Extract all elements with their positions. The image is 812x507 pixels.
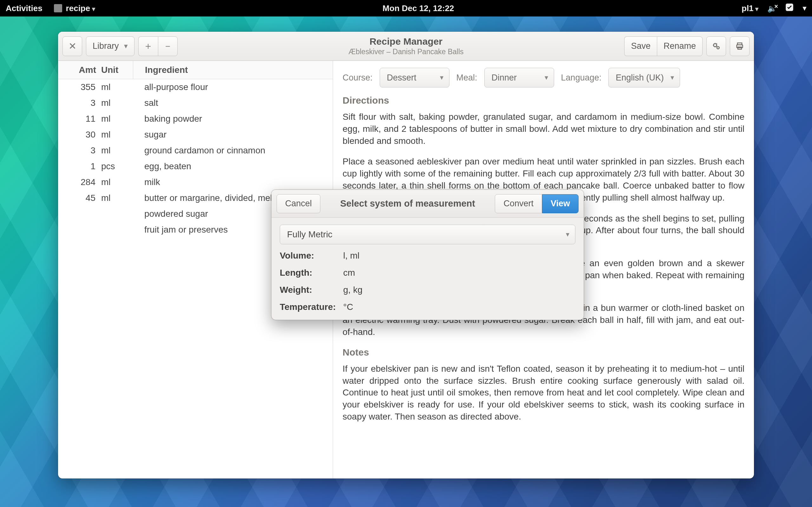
ingredient-amt: 3 [58, 146, 98, 156]
temperature-value: °C [343, 302, 575, 312]
col-ingredient[interactable]: Ingredient [142, 65, 328, 75]
weight-value: g, kg [343, 285, 575, 295]
printer-icon [735, 42, 744, 51]
col-unit[interactable]: Unit [98, 65, 133, 75]
rename-button[interactable]: Rename [657, 37, 703, 56]
volume-value: l, ml [343, 250, 575, 261]
ingredient-amt: 30 [58, 130, 98, 140]
app-menu-label: recipe [66, 3, 95, 13]
ingredient-row[interactable]: 11mlbaking powder [58, 111, 333, 127]
course-value: Dessert [387, 73, 416, 83]
ingredient-row[interactable]: 3mlground cardamon or cinnamon [58, 143, 333, 158]
ingredient-name: ground cardamon or cinnamon [142, 146, 328, 156]
dialog-body: Fully Metric Volume: l, ml Length: cm We… [271, 218, 583, 320]
ingredient-row[interactable]: 30mlsugar [58, 127, 333, 143]
ingredient-row[interactable]: 355mlall-purpose flour [58, 79, 333, 95]
desktop-wallpaper: ✕ Library ＋ － Recipe Manager Æbleskiver … [0, 16, 812, 507]
units-grid: Volume: l, ml Length: cm Weight: g, kg T… [280, 250, 575, 312]
meal-combobox[interactable]: Dinner [484, 68, 554, 88]
checkbox-tray-icon[interactable] [785, 3, 794, 14]
measurement-system-dialog: Cancel Select system of measurement Conv… [271, 189, 584, 320]
app-icon [54, 4, 62, 12]
ingredient-unit: ml [98, 177, 133, 187]
ingredient-amt: 11 [58, 114, 98, 124]
cancel-label: Cancel [285, 199, 312, 209]
headerbar: ✕ Library ＋ － Recipe Manager Æbleskiver … [58, 32, 754, 61]
print-button[interactable] [730, 37, 750, 56]
activities-button[interactable]: Activities [6, 3, 43, 13]
ingredient-unit: ml [98, 193, 133, 203]
ingredient-amt: 3 [58, 98, 98, 108]
ingredient-amt: 1 [58, 161, 98, 171]
dialog-headerbar: Cancel Select system of measurement Conv… [271, 190, 583, 218]
clock[interactable]: Mon Dec 12, 12:22 [95, 3, 742, 13]
meal-value: Dinner [492, 73, 517, 83]
save-button[interactable]: Save [624, 37, 657, 56]
save-rename-group: Save Rename [624, 37, 703, 56]
add-button[interactable]: ＋ [138, 37, 158, 56]
temperature-key: Temperature: [280, 302, 343, 312]
course-combobox[interactable]: Dessert [380, 68, 450, 88]
app-menu[interactable]: recipe [54, 3, 95, 13]
ingredient-amt: 45 [58, 193, 98, 203]
volume-key: Volume: [280, 250, 343, 261]
ingredient-name: milk [142, 177, 328, 187]
ingredient-amt: 284 [58, 177, 98, 187]
plus-icon: ＋ [143, 40, 153, 53]
library-button[interactable]: Library [86, 37, 135, 56]
language-label: Language: [561, 73, 602, 83]
minus-icon: － [163, 40, 172, 53]
add-remove-group: ＋ － [138, 37, 177, 56]
library-label: Library [93, 41, 119, 51]
ingredient-name: egg, beaten [142, 161, 328, 171]
system-menu-caret-icon[interactable]: ▾ [803, 4, 806, 12]
ingredient-unit: ml [98, 114, 133, 124]
course-label: Course: [343, 73, 373, 83]
remove-button[interactable]: － [158, 37, 177, 56]
close-button[interactable]: ✕ [62, 37, 82, 56]
cancel-button[interactable]: Cancel [276, 194, 320, 213]
convert-view-group: Convert View [495, 194, 578, 213]
ingredient-row[interactable]: 3mlsalt [58, 95, 333, 111]
convert-button[interactable]: Convert [495, 194, 542, 213]
gears-icon [712, 42, 721, 51]
ingredient-amt: 355 [58, 82, 98, 92]
ingredient-row[interactable]: 1pcsegg, beaten [58, 158, 333, 174]
system-value: Fully Metric [287, 229, 333, 239]
notes-heading: Notes [343, 347, 745, 358]
system-combobox[interactable]: Fully Metric [280, 225, 575, 244]
directions-heading: Directions [343, 95, 745, 106]
length-value: cm [343, 268, 575, 278]
ingredient-name: salt [142, 98, 328, 108]
ingredient-name: sugar [142, 130, 328, 140]
col-amt[interactable]: Amt [58, 65, 98, 75]
directions-paragraph: Sift flour with salt, baking powder, gra… [343, 111, 745, 147]
convert-label: Convert [503, 199, 534, 209]
ingredient-name: baking powder [142, 114, 328, 124]
ingredient-row[interactable]: 284mlmilk [58, 174, 333, 190]
length-key: Length: [280, 268, 343, 278]
keyboard-layout-indicator[interactable]: pl1 [742, 3, 758, 13]
svg-point-2 [717, 46, 719, 49]
ingredient-unit: ml [98, 98, 133, 108]
language-value: English (UK) [616, 73, 664, 83]
meal-label: Meal: [456, 73, 477, 83]
gnome-top-bar: Activities recipe Mon Dec 12, 12:22 pl1 … [0, 0, 812, 16]
language-combobox[interactable]: English (UK) [608, 68, 680, 88]
view-label: View [551, 199, 570, 209]
view-button[interactable]: View [542, 194, 578, 213]
volume-muted-icon[interactable] [767, 3, 776, 13]
settings-button[interactable] [706, 37, 726, 56]
ingredient-unit: ml [98, 146, 133, 156]
notes-paragraph: If your ebelskiver pan is new and isn't … [343, 363, 745, 423]
save-label: Save [631, 41, 651, 51]
ingredient-unit: ml [98, 130, 133, 140]
close-icon: ✕ [68, 41, 77, 52]
ingredient-unit: ml [98, 82, 133, 92]
weight-key: Weight: [280, 285, 343, 295]
rename-label: Rename [664, 41, 696, 51]
ingredient-name: all-purpose flour [142, 82, 328, 92]
ingredient-unit: pcs [98, 161, 133, 171]
ingredients-header-row: Amt Unit Ingredient [58, 61, 333, 79]
dialog-title: Select system of measurement [325, 199, 490, 209]
